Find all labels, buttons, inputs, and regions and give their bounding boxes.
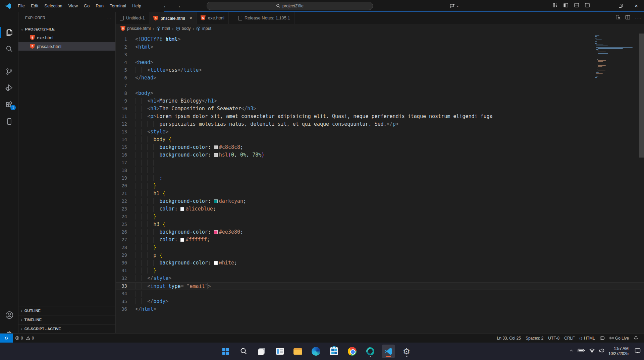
code-line[interactable]: 30 background-color: white; [116,259,644,267]
menu-item-selection[interactable]: Selection [41,0,65,12]
color-swatch[interactable] [214,199,218,203]
search-icon[interactable] [0,41,18,56]
code-line[interactable]: 9 <h1>Marine Biology</h1> [116,97,644,105]
color-swatch[interactable] [180,238,184,242]
code-editor[interactable]: 1<!DOCTYPE html>2<html>34<head>5 <title>… [116,33,644,333]
breadcrumb-item-input[interactable]: input [196,26,211,31]
source-control-icon[interactable] [0,64,18,79]
customize-layout-icon[interactable] [553,3,558,9]
menu-item-file[interactable]: File [15,0,28,12]
code-line[interactable]: 7 [116,82,644,89]
menu-item-help[interactable]: Help [129,0,144,12]
copilot-button[interactable]: ⌄ [449,1,464,10]
code-line[interactable]: 12 perspiciatis molestias natus, delenit… [116,120,644,128]
menu-item-edit[interactable]: Edit [28,0,41,12]
tab-exe.html[interactable]: 5exe.html [197,12,229,24]
taskbar-clock[interactable]: 1:57 AM 10/27/2025 [608,346,629,356]
settings-icon[interactable]: ⚙ [400,345,413,358]
copilot-status[interactable] [597,336,607,340]
code-line[interactable]: 13 <style> [116,128,644,136]
menu-item-terminal[interactable]: Terminal [107,0,129,12]
language-mode[interactable]: {}HTML [577,336,597,341]
code-line[interactable]: 8<body> [116,89,644,97]
file-item-exe.html[interactable]: 5exe.html [18,33,115,42]
notification-center-icon[interactable] [635,348,641,355]
color-swatch[interactable] [214,261,218,265]
code-line[interactable]: 15 background-color: #c8c8c8; [116,143,644,151]
wifi-icon[interactable] [589,348,595,354]
code-line[interactable]: 5 <title>css</title> [116,66,644,74]
code-line[interactable]: 34 [116,290,644,298]
breadcrumb-item-html[interactable]: html [156,26,170,31]
section-timeline[interactable]: ›TIMELINE [18,315,115,324]
minimap[interactable] [594,34,635,94]
more-actions-icon[interactable]: ··· [635,15,641,21]
eol[interactable]: CRLF [562,336,577,341]
explorer-icon[interactable] [0,25,18,40]
microsoft-store-icon[interactable] [327,345,341,358]
windows-start-icon[interactable] [219,345,232,358]
code-line[interactable]: 24 } [116,213,644,221]
code-line[interactable]: 29 p { [116,251,644,259]
restore-button[interactable] [613,0,629,12]
toggle-panel-icon[interactable] [574,3,579,9]
split-editor-icon[interactable] [625,15,630,21]
color-swatch[interactable] [180,207,184,211]
widgets-icon[interactable] [273,345,286,358]
code-line[interactable]: 1<!DOCTYPE html> [116,36,644,43]
code-line[interactable]: 6</head> [116,74,644,82]
battery-icon[interactable] [578,348,585,354]
search-editor-icon[interactable] [615,15,621,21]
code-line[interactable]: 23 color: aliceblue; [116,205,644,213]
code-line[interactable]: 17 [116,159,644,167]
tab-phscale.html[interactable]: 5phscale.html× [149,12,197,24]
vscode-icon[interactable] [382,345,395,358]
toggle-secondary-sidebar-icon[interactable] [585,3,590,9]
chrome-icon[interactable] [345,345,359,358]
code-line[interactable]: 2<html> [116,43,644,51]
color-swatch[interactable] [214,230,218,234]
code-line[interactable]: 19 ; [116,174,644,182]
go-live[interactable]: Go Live [607,336,631,341]
remote-phone-icon[interactable] [0,114,18,129]
edge-icon[interactable] [309,345,323,358]
code-line[interactable]: 14 body { [116,136,644,143]
breadcrumb-item-phscale.html[interactable]: 5phscale.html [120,26,151,31]
tab-release-notes-1.105.1[interactable]: Release Notes: 1.105.1 [234,12,294,24]
windows-search-icon[interactable] [237,345,250,358]
explorer-more-actions[interactable]: ··· [107,16,111,20]
problems-indicator[interactable]: 0 0 [13,334,36,343]
menu-item-run[interactable]: Run [93,0,107,12]
nav-forward-icon[interactable]: → [176,3,181,9]
section-outline[interactable]: ›OUTLINE [18,306,115,315]
remote-indicator[interactable] [0,334,13,343]
code-line[interactable]: 4<head> [116,59,644,66]
notifications[interactable] [631,336,641,341]
volume-icon[interactable] [599,348,604,354]
project-folder-header[interactable]: ⌄ PROJECT2'FILE [18,25,115,33]
code-line[interactable]: 16 background-color: hsl(0, 0%, 78%) [116,151,644,159]
code-line[interactable]: 28 } [116,244,644,251]
section-cs-script-active[interactable]: ›CS-SCRIPT - ACTIVE [18,324,115,333]
color-swatch[interactable] [214,153,218,157]
code-line[interactable]: 36</html> [116,305,644,313]
file-item-phscale.html[interactable]: 5phscale.html [18,42,115,51]
indentation[interactable]: Spaces: 2 [523,336,546,341]
code-line[interactable]: 21 h1 { [116,190,644,197]
file-explorer-icon[interactable] [291,345,305,358]
wave-app-icon[interactable] [364,345,377,358]
code-line[interactable]: 35 </body> [116,298,644,305]
code-line[interactable]: 27 color: #ffffff; [116,236,644,244]
tab-untitled-1[interactable]: Untitled-1 [116,12,149,24]
extensions-icon[interactable]: 1 [0,98,18,112]
tab-close-icon[interactable]: × [190,15,192,21]
code-line[interactable]: 20 } [116,182,644,190]
code-line[interactable]: 22 background-color: darkcyan; [116,197,644,205]
code-line[interactable]: 31 } [116,267,644,275]
command-center-search[interactable]: project2'file [207,2,373,10]
breadcrumb-item-body[interactable]: body [176,26,191,31]
code-line[interactable]: 10 <h3>The Composition of Seawater</h3> [116,105,644,113]
code-line[interactable]: 33 <input type= "email"> [116,282,644,290]
run-debug-icon[interactable] [0,80,18,95]
task-view-icon[interactable] [255,345,268,358]
